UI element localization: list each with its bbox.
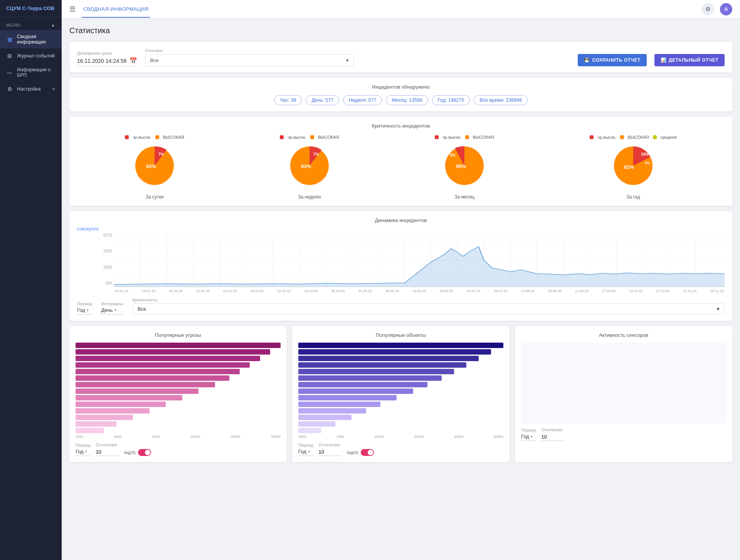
interval-arrow-icon: ▾ <box>114 308 116 312</box>
pie-yearly-chart: 82% 18% 0% <box>610 143 656 189</box>
threat-bar-5 <box>76 369 281 374</box>
pie-daily-label: За сутки <box>146 194 164 200</box>
legend-dot-high-w <box>310 135 314 139</box>
threat-bar-2 <box>76 349 281 355</box>
object-bar-11 <box>298 408 503 414</box>
svg-text:93%: 93% <box>301 163 311 169</box>
object-bar-8 <box>298 388 503 394</box>
sidebar-item-events[interactable]: ⊞ Журнал событий <box>0 49 62 63</box>
threats-chart: 4000 6000 8000 10000 20000 30000 <box>76 343 281 439</box>
threat-bar-14 <box>76 428 281 433</box>
pill-week[interactable]: Неделя: 577 <box>343 95 382 105</box>
sensor-period-select[interactable]: Год ▾ <box>521 434 536 441</box>
pie-charts-row: чр.высок. ВЫСОКАЯ 93% 7% За сутки <box>77 135 725 200</box>
date-input[interactable]: 16.11.2020 14:24:58 📅 <box>77 57 137 66</box>
pill-day[interactable]: День: 577 <box>306 95 339 105</box>
objects-title: Популярные объекты <box>298 332 503 338</box>
chevron-down-icon: ▼ <box>52 87 56 91</box>
object-bar-14 <box>298 428 503 433</box>
dynamics-criticality-select[interactable]: Все ▾ <box>133 303 725 314</box>
objects-cutoff-input[interactable] <box>319 448 342 456</box>
objects-toggle-switch[interactable] <box>361 449 374 456</box>
object-bar-13 <box>298 421 503 427</box>
object-bar-7 <box>298 382 503 387</box>
sensor-field-group: Сенсоры Все ▾ <box>145 48 353 66</box>
bottom-row: Популярные угрозы <box>69 326 732 462</box>
save-icon: 💾 <box>584 57 590 63</box>
svg-text:82%: 82% <box>624 164 634 170</box>
pill-year[interactable]: Год: 198275 <box>432 95 470 105</box>
pie-monthly-chart: 95% 5% <box>441 143 488 189</box>
object-bar-12 <box>298 415 503 420</box>
dash-icon: — <box>6 69 13 76</box>
threat-bar-10 <box>76 402 281 407</box>
date-field-group: Дата/время среза 16.11.2020 14:24:58 📅 <box>77 51 137 66</box>
pie-daily-svg: 93% 7% <box>131 143 178 189</box>
pie-weekly-legend: чр.высок. ВЫСОКАЯ <box>280 135 339 140</box>
period-arrow-icon: ▾ <box>87 308 89 312</box>
dynamics-interval-select[interactable]: День ▾ <box>101 307 123 314</box>
objects-period-field: Период Год ▾ <box>298 443 313 456</box>
sidebar-item-summary[interactable]: ▦ Сводная информация <box>0 30 62 49</box>
legend-dot-critical-m <box>435 135 439 139</box>
threats-controls: Период Год ▾ Отсечение log(X) <box>76 442 281 456</box>
settings-icon[interactable]: ⚙ <box>701 3 714 15</box>
incidents-pills: Час: 39 День: 577 Неделя: 577 Месяц: 135… <box>77 95 725 105</box>
threat-bar-9 <box>76 395 281 400</box>
pie-weekly-chart: 93% 7% <box>286 143 333 189</box>
save-report-button[interactable]: 💾 СОХРАНИТЬ ОТЧЕТ <box>578 54 647 66</box>
filter-bar: Дата/время среза 16.11.2020 14:24:58 📅 С… <box>77 48 725 66</box>
svg-text:5%: 5% <box>450 153 456 157</box>
dynamics-period-select[interactable]: Год ▾ <box>77 307 92 314</box>
tab-summary[interactable]: СВОДНАЯ ИНФОРМАЦИЯ <box>82 1 150 18</box>
svg-text:7%: 7% <box>313 152 319 156</box>
dynamics-chart-outer: 5373 3158 1658 158 <box>96 233 725 293</box>
threats-toggle-switch[interactable] <box>138 449 151 456</box>
content-area: Статистика Дата/время среза 16.11.2020 1… <box>62 18 740 560</box>
threat-bar-1 <box>76 343 281 348</box>
sensor-cutoff-input[interactable] <box>542 433 565 441</box>
dynamics-card: Динамика инцидентов совокупно 5373 3158 … <box>69 211 732 321</box>
detail-report-button[interactable]: 📊 ДЕТАЛЬНЫЙ ОТЧЕТ <box>654 54 725 66</box>
objects-bars <box>298 343 503 433</box>
sidebar-item-brp[interactable]: — Информация о БРП <box>0 63 62 82</box>
pill-alltime[interactable]: Все время: 238948 <box>474 95 528 105</box>
pie-weekly: чр.высок. ВЫСОКАЯ 93% 7% За неделю <box>280 135 339 200</box>
object-bar-3 <box>298 356 503 361</box>
objects-cutoff-field: Отсечение <box>319 442 342 456</box>
pill-month[interactable]: Месяц: 13586 <box>386 95 428 105</box>
threats-bars <box>76 343 281 433</box>
pie-daily: чр.высок. ВЫСОКАЯ 93% 7% За сутки <box>125 135 184 200</box>
main-area: ☰ СВОДНАЯ ИНФОРМАЦИЯ ⚙ A Статистика Дата… <box>62 0 740 560</box>
pie-yearly-svg: 82% 18% 0% <box>610 143 656 189</box>
threats-cutoff-input[interactable] <box>96 448 119 456</box>
threats-x-labels: 4000 6000 8000 10000 20000 30000 <box>76 435 281 439</box>
detail-icon: 📊 <box>661 57 666 63</box>
pill-hour[interactable]: Час: 39 <box>274 95 302 105</box>
dynamics-svg <box>114 233 725 287</box>
objects-period-arrow-icon: ▾ <box>308 449 310 454</box>
threats-period-arrow-icon: ▾ <box>85 449 87 454</box>
dynamics-interval-field: Интервалы День ▾ <box>101 301 123 314</box>
objects-chart: 5000 7000 10000 20000 30000 40000 <box>298 343 503 439</box>
sensors-label: Сенсоры <box>145 48 353 53</box>
pie-weekly-svg: 93% 7% <box>286 143 333 189</box>
dynamics-controls: Период Год ▾ Интервалы День ▾ Критичност… <box>77 298 725 314</box>
pie-daily-chart: 93% 7% <box>131 143 178 189</box>
sensor-activity-card: Активность сенсоров Период Год ▾ Отсечен… <box>515 326 732 462</box>
avatar[interactable]: A <box>720 3 732 15</box>
sensor-chart-empty <box>521 343 726 424</box>
sensor-select[interactable]: Все ▾ <box>145 54 353 66</box>
calendar-icon[interactable]: 📅 <box>130 57 137 64</box>
crit-arrow-icon: ▾ <box>717 306 720 312</box>
hamburger-icon[interactable]: ☰ <box>69 5 76 13</box>
filter-card: Дата/время среза 16.11.2020 14:24:58 📅 С… <box>69 42 732 72</box>
legend-dot-critical <box>125 135 129 139</box>
gear-icon: ⚙ <box>6 86 13 92</box>
threats-period-select[interactable]: Год ▾ <box>76 449 91 456</box>
dynamics-title: Динамика инцидентов <box>77 217 725 223</box>
pie-monthly-svg: 95% 5% <box>441 143 488 189</box>
objects-period-select[interactable]: Год ▾ <box>298 449 313 456</box>
date-label: Дата/время среза <box>77 51 137 55</box>
sidebar-item-settings[interactable]: ⚙ Настройка ▼ <box>0 82 62 96</box>
